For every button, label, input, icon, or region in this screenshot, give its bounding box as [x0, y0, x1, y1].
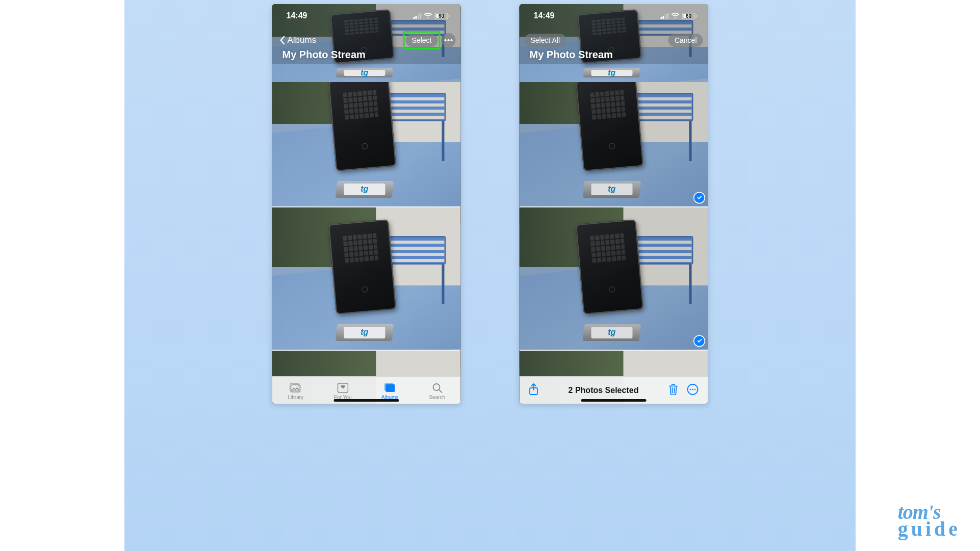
page-margin-left — [0, 0, 124, 551]
home-indicator[interactable] — [334, 399, 399, 402]
trash-icon — [668, 384, 678, 395]
photo-item[interactable] — [520, 351, 708, 376]
cancel-button[interactable]: Cancel — [668, 34, 703, 47]
photo-item[interactable] — [272, 351, 461, 376]
status-bar: 14:49 60 — [272, 4, 461, 28]
status-bar: 14:49 60 — [520, 4, 708, 28]
wifi-icon — [672, 13, 680, 19]
selection-count: 2 Photos Selected — [569, 386, 639, 395]
share-icon — [529, 383, 539, 396]
svg-point-10 — [694, 388, 696, 390]
photo-item[interactable]: tg — [272, 207, 461, 350]
photo-item-selected[interactable]: tg — [520, 64, 708, 206]
tab-label: Search — [429, 395, 445, 400]
albums-icon — [383, 382, 397, 393]
delete-button[interactable] — [668, 384, 678, 397]
album-title: My Photo Stream — [282, 49, 366, 61]
cell-signal-icon — [660, 13, 669, 19]
svg-rect-4 — [384, 383, 394, 391]
svg-point-8 — [690, 388, 691, 390]
screenshots-container: tg Albums Select — [272, 4, 708, 404]
share-button[interactable] — [529, 383, 539, 398]
cell-signal-icon — [413, 13, 422, 19]
tab-albums[interactable]: Albums — [367, 382, 414, 400]
more-circle-icon — [686, 383, 699, 396]
photo-item-selected[interactable]: tg — [520, 207, 708, 350]
back-label: Albums — [288, 35, 317, 45]
photo-grid[interactable]: tg tg — [520, 64, 708, 376]
album-title: My Photo Stream — [530, 49, 613, 61]
photo-grid[interactable]: tg tg — [272, 64, 461, 376]
select-button[interactable]: Select — [406, 34, 438, 47]
status-time: 14:49 — [287, 11, 307, 20]
chevron-left-icon — [279, 36, 286, 45]
watermark-logo: tom's guide — [898, 504, 961, 538]
more-button[interactable] — [442, 33, 456, 47]
for-you-icon — [336, 382, 349, 393]
selected-check-icon — [694, 336, 705, 346]
svg-point-9 — [692, 388, 693, 390]
status-time: 14:49 — [534, 11, 555, 20]
photo-item[interactable]: tg — [272, 64, 461, 206]
wifi-icon — [424, 13, 432, 19]
tab-search[interactable]: Search — [414, 382, 461, 400]
select-all-button[interactable]: Select All — [525, 34, 566, 47]
selected-check-icon — [694, 193, 705, 203]
library-icon — [289, 382, 302, 393]
more-icon — [445, 39, 453, 41]
phone-left: tg Albums Select — [272, 4, 461, 404]
phone-right: tg Select All Cancel My Photo Stream 14:… — [520, 4, 708, 404]
battery-icon: 60 — [435, 13, 450, 19]
tab-label: Library — [288, 395, 303, 400]
back-button[interactable]: Albums — [277, 35, 319, 45]
tab-for-you[interactable]: For You — [319, 382, 367, 400]
svg-point-5 — [433, 384, 440, 390]
more-actions-button[interactable] — [686, 383, 699, 398]
battery-icon: 60 — [682, 13, 697, 19]
page-margin-right — [856, 0, 980, 551]
home-indicator[interactable] — [581, 399, 647, 402]
tab-library[interactable]: Library — [272, 382, 320, 400]
search-icon — [430, 382, 444, 393]
